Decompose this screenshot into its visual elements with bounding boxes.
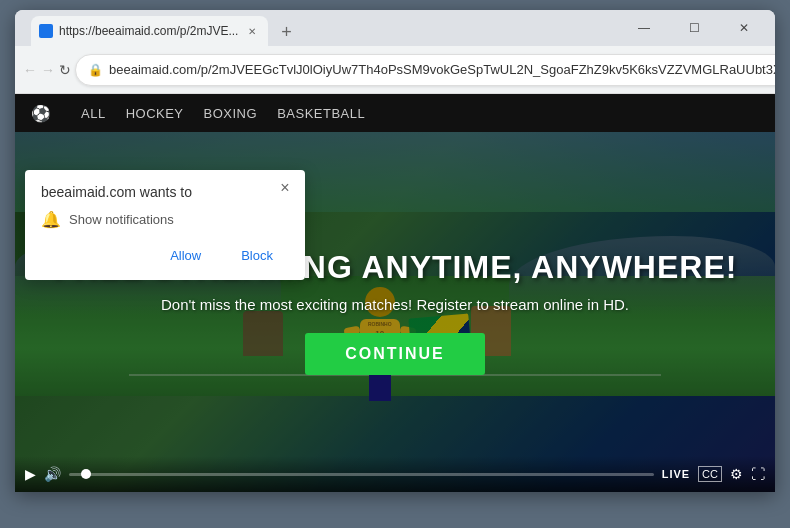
nav-item-boxing[interactable]: BOXING	[204, 106, 258, 121]
popup-actions: Allow Block	[41, 243, 289, 268]
controls-right: CC ⚙ ⛶	[698, 466, 765, 482]
address-bar: ← → ↻ 🔒 beeaimaid.com/p/2mJVEEGcTvlJ0lOi…	[15, 46, 775, 94]
maximize-button[interactable]: ☐	[671, 10, 717, 46]
cc-button[interactable]: CC	[698, 466, 722, 482]
title-bar: https://beeaimaid.com/p/2mJVE... ✕ + — ☐…	[15, 10, 775, 46]
site-nav: ⚽ ALL HOCKEY BOXING BASKETBALL	[15, 94, 775, 132]
minimize-button[interactable]: —	[621, 10, 667, 46]
live-badge: LIVE	[662, 468, 690, 480]
window-controls: — ☐ ✕	[621, 10, 767, 46]
show-notifications-label: Show notifications	[69, 212, 174, 227]
progress-bar[interactable]	[69, 473, 654, 476]
tab-title: https://beeaimaid.com/p/2mJVE...	[59, 24, 238, 38]
back-button[interactable]: ←	[23, 56, 37, 84]
video-controls: ▶ 🔊 LIVE CC ⚙ ⛶	[15, 456, 775, 492]
video-area: ROBINHO 10 FREE STREAMING ANYTIME,	[15, 132, 775, 492]
play-button[interactable]: ▶	[25, 466, 36, 482]
notification-popup: × beeaimaid.com wants to 🔔 Show notifica…	[25, 170, 305, 280]
nav-item-hockey[interactable]: HOCKEY	[126, 106, 184, 121]
site-logo: ⚽	[31, 104, 51, 123]
continue-button[interactable]: CONTINUE	[305, 333, 485, 375]
url-text: beeaimaid.com/p/2mJVEEGcTvlJ0lOiyUw7Th4o…	[109, 62, 775, 77]
allow-button[interactable]: Allow	[154, 243, 217, 268]
popup-notification-row: 🔔 Show notifications	[41, 210, 289, 229]
popup-title: beeaimaid.com wants to	[41, 184, 289, 200]
tab-favicon	[39, 24, 53, 38]
lock-icon: 🔒	[88, 63, 103, 77]
url-box[interactable]: 🔒 beeaimaid.com/p/2mJVEEGcTvlJ0lOiyUw7Th…	[75, 54, 775, 86]
refresh-button[interactable]: ↻	[59, 56, 71, 84]
popup-close-button[interactable]: ×	[275, 178, 295, 198]
block-button[interactable]: Block	[225, 243, 289, 268]
volume-button[interactable]: 🔊	[44, 466, 61, 482]
tab-close-button[interactable]: ✕	[244, 23, 260, 39]
forward-button[interactable]: →	[41, 56, 55, 84]
progress-indicator	[81, 469, 91, 479]
nav-item-basketball[interactable]: BASKETBALL	[277, 106, 365, 121]
bell-icon: 🔔	[41, 210, 61, 229]
nav-item-all[interactable]: ALL	[81, 106, 106, 121]
fullscreen-button[interactable]: ⛶	[751, 466, 765, 482]
browser-window: https://beeaimaid.com/p/2mJVE... ✕ + — ☐…	[15, 10, 775, 492]
settings-button[interactable]: ⚙	[730, 466, 743, 482]
new-tab-button[interactable]: +	[272, 18, 300, 46]
page-content: ⚽ ALL HOCKEY BOXING BASKETBALL	[15, 94, 775, 492]
browser-tab[interactable]: https://beeaimaid.com/p/2mJVE... ✕	[31, 16, 268, 46]
video-subtext: Don't miss the most exciting matches! Re…	[15, 296, 775, 313]
close-button[interactable]: ✕	[721, 10, 767, 46]
